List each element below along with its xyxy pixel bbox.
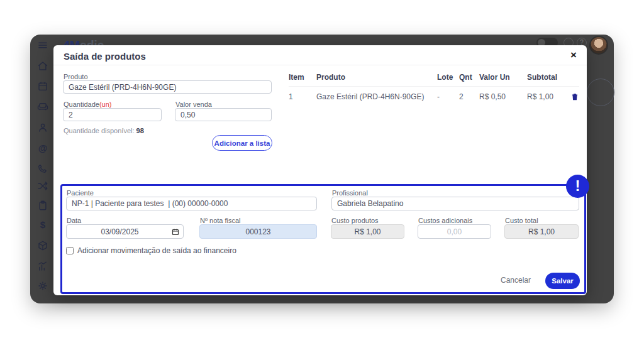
custo-total-input [504,224,579,239]
waiting-room-icon[interactable] [37,101,48,112]
col-valor-un: Valor Un [479,73,527,82]
financial-icon[interactable]: $ [37,219,48,231]
custos-adicionais-label: Custos adicionais [418,217,472,224]
items-table: Item Produto Lote Qnt Valor Un Subtotal … [289,73,579,102]
cell-item: 1 [289,92,316,101]
cancelar-button[interactable]: Cancelar [501,276,531,285]
calendar-icon[interactable] [37,80,48,92]
col-produto: Produto [316,73,437,82]
mail-icon[interactable]: @ [37,143,48,154]
highlighted-section: Paciente Profissional Data Nº nota fisca… [60,184,586,294]
col-item: Item [289,73,316,82]
cell-produto: Gaze Estéril (PRD-4H6N-90GE) [316,92,437,101]
financeiro-checkbox-label: Adicionar movimentação de saída ao finan… [77,246,236,255]
col-qnt: Qnt [459,73,479,82]
table-divider [289,86,579,87]
patient-icon[interactable] [37,122,48,133]
inventory-icon[interactable] [37,240,48,251]
data-input[interactable] [66,224,184,239]
cell-qnt: 2 [459,92,479,101]
header-divider [53,65,587,65]
profissional-label: Profissional [332,189,368,197]
quantidade-label: Quantidade(un) [64,101,111,108]
clipboard-icon[interactable] [37,200,48,211]
floating-action-button[interactable] [587,79,614,106]
valor-venda-input[interactable] [175,108,272,121]
quantidade-input[interactable] [63,108,162,121]
transfers-icon[interactable] [37,180,48,192]
data-label: Data [67,217,81,224]
modal-title: Saída de produtos [64,51,146,62]
paciente-input[interactable] [66,197,317,210]
paciente-label: Paciente [67,189,94,197]
user-avatar[interactable] [589,36,608,55]
adicionar-a-lista-button[interactable]: Adicionar a lista [212,135,272,151]
reports-icon[interactable] [37,261,48,272]
menu-icon[interactable] [37,40,48,51]
home-icon[interactable] [37,60,48,72]
cell-valor-un: R$ 0,50 [479,92,527,101]
valor-venda-label: Valor venda [175,101,212,108]
calendar-picker-icon[interactable] [172,228,179,236]
table-header-row: Item Produto Lote Qnt Valor Un Subtotal [289,73,579,82]
disponivel-label: Quantidade disponível: [64,127,135,134]
app-window: 4Medic E ? @ $ [30,35,614,303]
table-row: 1 Gaze Estéril (PRD-4H6N-90GE) - 2 R$ 0,… [289,92,579,102]
screen: 4Medic E ? @ $ [0,0,644,338]
col-lote: Lote [437,73,459,82]
disponivel-value: 98 [136,127,144,134]
quantidade-unit: (un) [99,101,112,108]
profissional-input[interactable] [331,197,579,210]
custos-adicionais-input[interactable] [418,224,491,239]
nota-fiscal-input[interactable] [199,224,317,239]
financeiro-checkbox-row: Adicionar movimentação de saída ao finan… [66,246,236,255]
cell-lote: - [437,92,459,101]
close-icon[interactable]: × [570,49,577,62]
saida-de-produtos-modal: Saída de produtos × Produto Quantidade(u… [53,45,587,295]
nota-fiscal-label: Nº nota fiscal [200,217,241,224]
custo-produtos-label: Custo produtos [331,217,379,224]
produto-input[interactable] [63,80,272,94]
delete-row-icon[interactable] [570,92,579,102]
quantidade-label-text: Quantidade [64,101,99,108]
salvar-button[interactable]: Salvar [545,273,580,289]
custo-produtos-input [331,224,404,239]
col-subtotal: Subtotal [527,73,567,82]
cell-subtotal: R$ 1,00 [527,92,567,101]
phone-icon[interactable] [37,163,48,175]
produto-label: Produto [64,73,88,80]
settings-icon[interactable] [37,280,48,292]
alert-badge: ! [566,175,589,198]
sidebar: @ $ [30,35,55,303]
financeiro-checkbox[interactable] [66,247,74,254]
quantidade-disponivel: Quantidade disponível: 98 [64,127,144,134]
custo-total-label: Custo total [505,217,538,224]
